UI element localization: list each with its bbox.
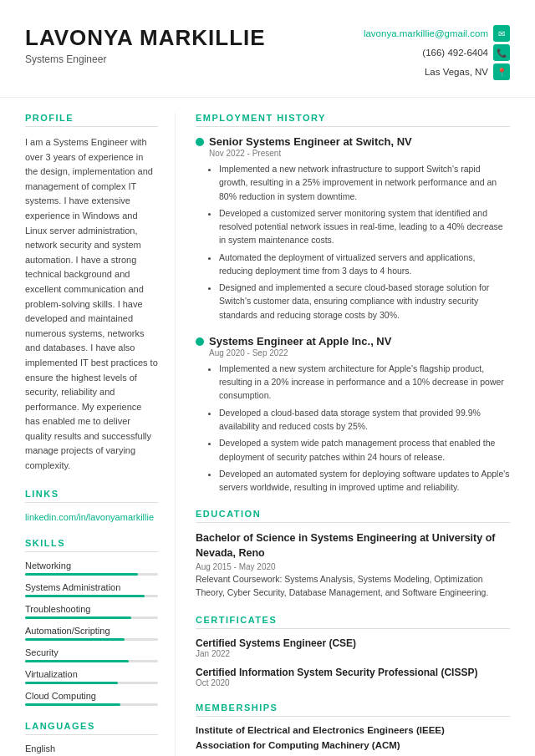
phone-text: (166) 492-6404 [422, 48, 488, 58]
skill-bar-fill [25, 660, 129, 662]
email-row: lavonya.markillie@gmail.com ✉ [364, 25, 510, 42]
job-item: Senior Systems Engineer at Switch, NV No… [196, 135, 510, 322]
phone-row: (166) 492-6404 📞 [364, 44, 510, 61]
skill-item: Systems Administration [25, 582, 158, 597]
job-bullet: Developed an automated system for deploy… [219, 467, 510, 495]
email-icon: ✉ [493, 25, 510, 42]
skill-bar-fill [25, 616, 131, 619]
profile-text: I am a Systems Engineer with over 3 year… [25, 135, 158, 474]
job-bullet: Developed a customized server monitoring… [219, 206, 510, 247]
skill-item: Automation/Scripting [25, 626, 158, 641]
left-column: PROFILE I am a Systems Engineer with ove… [0, 113, 176, 756]
certificates-section-title: CERTIFICATES [196, 615, 510, 629]
skill-name: Systems Administration [25, 582, 158, 592]
skill-bar-bg [25, 573, 158, 576]
job-item: Systems Engineer at Apple Inc., NV Aug 2… [196, 335, 510, 494]
certificates-list: Certified Systems Engineer (CSE) Jan 202… [196, 637, 510, 688]
skill-item: Networking [25, 561, 158, 576]
skill-name: Networking [25, 561, 158, 571]
memberships-list: Institute of Electrical and Electronics … [196, 725, 510, 750]
header: LAVONYA MARKILLIE Systems Engineer lavon… [0, 25, 535, 98]
job-bullet: Implemented a new system architecture fo… [219, 362, 510, 403]
skill-bar-fill [25, 595, 145, 597]
employment-section-title: EMPLOYMENT HISTORY [196, 113, 510, 127]
certificate-item: Certified Information System Security Pr… [196, 667, 510, 688]
job-bullets: Implemented a new network infrastructure… [209, 162, 510, 322]
job-header: Systems Engineer at Apple Inc., NV [196, 335, 510, 348]
header-right: lavonya.markillie@gmail.com ✉ (166) 492-… [364, 25, 510, 80]
email-link[interactable]: lavonya.markillie@gmail.com [364, 28, 488, 38]
skill-name: Cloud Computing [25, 691, 158, 701]
job-bullet: Implemented a new network infrastructure… [219, 162, 510, 203]
main-content: PROFILE I am a Systems Engineer with ove… [0, 113, 535, 756]
cert-title: Certified Information System Security Pr… [196, 667, 510, 678]
profile-section-title: PROFILE [25, 113, 158, 127]
cert-date: Oct 2020 [196, 678, 510, 688]
skill-bar-fill [25, 573, 138, 576]
languages-list: English German [25, 743, 158, 756]
skill-name: Automation/Scripting [25, 626, 158, 636]
page: LAVONYA MARKILLIE Systems Engineer lavon… [0, 0, 535, 756]
job-dot [196, 337, 204, 346]
skills-list: Networking Systems Administration Troubl… [25, 561, 158, 706]
location-icon: 📍 [493, 63, 510, 80]
job-bullet: Developed a system wide patch management… [219, 436, 510, 464]
location-row: Las Vegas, NV 📍 [364, 63, 510, 80]
job-dates: Aug 2020 - Sep 2022 [209, 348, 510, 358]
cert-title: Certified Systems Engineer (CSE) [196, 637, 510, 649]
job-dates: Nov 2022 - Present [209, 149, 510, 158]
jobs-list: Senior Systems Engineer at Switch, NV No… [196, 135, 510, 494]
skill-name: Security [25, 647, 158, 657]
skills-section-title: SKILLS [25, 538, 158, 552]
skill-bar-fill [25, 638, 125, 641]
edu-text: Relevant Coursework: Systems Analysis, S… [196, 573, 510, 600]
skill-item: Virtualization [25, 669, 158, 684]
full-name: LAVONYA MARKILLIE [25, 25, 266, 51]
cert-date: Jan 2022 [196, 649, 510, 658]
job-bullet: Automated the deployment of virtualized … [219, 251, 510, 278]
membership-item: Association for Computing Machinery (ACM… [196, 740, 510, 750]
job-title-text: Systems Engineer at Apple Inc., NV [209, 335, 391, 348]
language-item: English [25, 743, 158, 756]
skill-bar-bg [25, 682, 158, 684]
skill-item: Security [25, 647, 158, 662]
location-text: Las Vegas, NV [425, 67, 488, 77]
job-header: Senior Systems Engineer at Switch, NV [196, 135, 510, 148]
memberships-section-title: MEMBERSHIPS [196, 703, 510, 717]
job-bullet: Developed a cloud-based data storage sys… [219, 406, 510, 434]
right-column: EMPLOYMENT HISTORY Senior Systems Engine… [176, 113, 535, 756]
education-section-title: EDUCATION [196, 509, 510, 523]
edu-dates: Aug 2015 - May 2020 [196, 562, 510, 571]
skill-item: Troubleshooting [25, 604, 158, 619]
skill-bar-bg [25, 595, 158, 597]
skill-bar-bg [25, 638, 158, 641]
links-section: linkedin.com/in/lavonyamarkillie [25, 511, 158, 523]
skill-bar-bg [25, 616, 158, 619]
language-name: English [25, 743, 158, 753]
skill-bar-bg [25, 660, 158, 662]
skill-item: Cloud Computing [25, 691, 158, 706]
job-bullets: Implemented a new system architecture fo… [209, 362, 510, 494]
skill-bar-fill [25, 682, 118, 684]
phone-icon: 📞 [493, 44, 510, 61]
header-left: LAVONYA MARKILLIE Systems Engineer [25, 25, 266, 65]
links-section-title: LINKS [25, 489, 158, 503]
job-title-text: Senior Systems Engineer at Switch, NV [209, 135, 412, 148]
education-section: Bachelor of Science in Systems Engineeri… [196, 531, 510, 600]
job-title: Systems Engineer [25, 53, 266, 65]
skill-name: Virtualization [25, 669, 158, 679]
skill-bar-fill [25, 703, 120, 706]
certificate-item: Certified Systems Engineer (CSE) Jan 202… [196, 637, 510, 658]
job-dot [196, 138, 204, 146]
job-bullet: Designed and implemented a secure cloud-… [219, 281, 510, 322]
languages-section-title: LANGUAGES [25, 721, 158, 735]
membership-item: Institute of Electrical and Electronics … [196, 725, 510, 735]
skill-name: Troubleshooting [25, 604, 158, 614]
skill-bar-bg [25, 703, 158, 706]
linkedin-link[interactable]: linkedin.com/in/lavonyamarkillie [25, 512, 154, 522]
edu-degree: Bachelor of Science in Systems Engineeri… [196, 531, 510, 561]
